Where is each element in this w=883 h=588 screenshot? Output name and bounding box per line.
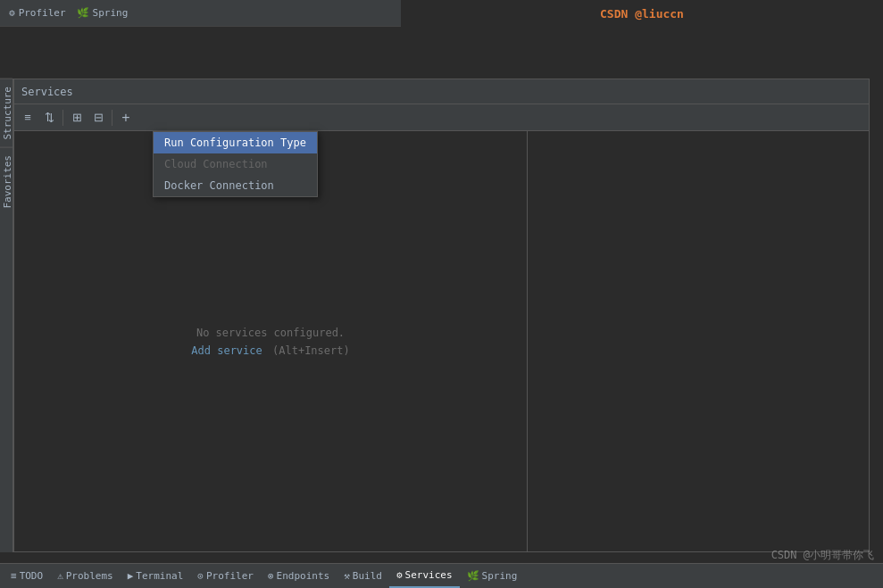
profiler-bottom-label: Profiler: [206, 570, 254, 582]
services-title: Services: [21, 86, 73, 98]
group-button[interactable]: ⊞: [67, 108, 87, 128]
todo-tab[interactable]: ≡ TODO: [4, 564, 50, 588]
services-content: No services configured. Add service (Alt…: [14, 131, 869, 551]
add-service-shortcut: (Alt+Insert): [272, 344, 350, 357]
empty-state-action: Add service (Alt+Insert): [191, 344, 349, 357]
terminal-icon: ▶: [128, 570, 134, 582]
todo-label: TODO: [20, 570, 44, 582]
build-icon: ⚒: [344, 570, 350, 582]
structure-tab[interactable]: Structure: [0, 79, 12, 147]
profiler-item[interactable]: ⚙ Profiler: [9, 7, 66, 19]
services-icon: ⚙: [396, 569, 403, 581]
expand-all-button[interactable]: ⇅: [39, 108, 59, 128]
profiler-tab[interactable]: ⊙ Profiler: [190, 564, 261, 588]
collapse-all-button[interactable]: ≡: [18, 108, 37, 128]
csdn-watermark-top: CSDN @liuccn: [401, 0, 883, 27]
endpoints-label: Endpoints: [277, 570, 330, 582]
docker-connection-item[interactable]: Docker Connection: [154, 175, 317, 196]
spring-bottom-icon: 🌿: [467, 570, 479, 582]
endpoints-icon: ⊗: [268, 570, 274, 582]
top-partial-bar: ⚙ Profiler 🌿 Spring: [0, 0, 402, 27]
spring-label: Spring: [93, 7, 129, 19]
toolbar-separator-1: [62, 110, 63, 126]
services-bottom-label: Services: [405, 569, 453, 581]
toolbar-separator-2: [112, 110, 112, 126]
services-panel: Services ≡ ⇅ ⊞ ⊟ + Run Configuration Typ…: [13, 79, 870, 552]
spring-item[interactable]: 🌿 Spring: [77, 7, 129, 19]
endpoints-tab[interactable]: ⊗ Endpoints: [261, 564, 337, 588]
services-header: Services: [14, 79, 869, 104]
csdn-watermark-bottom: CSDN @小明哥带你飞: [771, 548, 874, 563]
services-tab[interactable]: ⚙ Services: [389, 564, 460, 588]
profiler-label: Profiler: [19, 7, 66, 19]
todo-icon: ≡: [11, 570, 17, 582]
terminal-label: Terminal: [136, 570, 183, 582]
problems-tab[interactable]: ⚠ Problems: [50, 564, 121, 588]
services-toolbar: ≡ ⇅ ⊞ ⊟ + Run Configuration Type Cloud C…: [14, 104, 869, 131]
favorites-tab[interactable]: Favorites: [0, 147, 12, 216]
empty-state: No services configured. Add service (Alt…: [191, 327, 349, 357]
spring-icon: 🌿: [77, 7, 89, 19]
empty-state-text: No services configured.: [191, 327, 349, 339]
bottom-bar: ≡ TODO ⚠ Problems ▶ Terminal ⊙ Profiler …: [0, 563, 883, 588]
add-service-dropdown: Run Configuration Type Cloud Connection …: [153, 131, 318, 197]
left-side-tabs: Structure Favorites: [0, 79, 13, 552]
profiler-icon: ⚙: [9, 7, 15, 19]
services-detail: [528, 131, 869, 551]
build-label: Build: [353, 570, 382, 582]
build-tab[interactable]: ⚒ Build: [337, 564, 389, 588]
spring-tab[interactable]: 🌿 Spring: [460, 564, 525, 588]
add-service-link[interactable]: Add service: [191, 344, 262, 357]
profiler-bottom-icon: ⊙: [197, 570, 204, 582]
run-configuration-type-item[interactable]: Run Configuration Type: [154, 132, 317, 153]
add-button[interactable]: +: [116, 108, 136, 128]
spring-bottom-label: Spring: [482, 570, 518, 582]
problems-label: Problems: [66, 570, 113, 582]
problems-icon: ⚠: [57, 570, 63, 582]
cloud-connection-item: Cloud Connection: [154, 153, 317, 175]
ungroup-button[interactable]: ⊟: [88, 108, 108, 128]
terminal-tab[interactable]: ▶ Terminal: [121, 564, 191, 588]
